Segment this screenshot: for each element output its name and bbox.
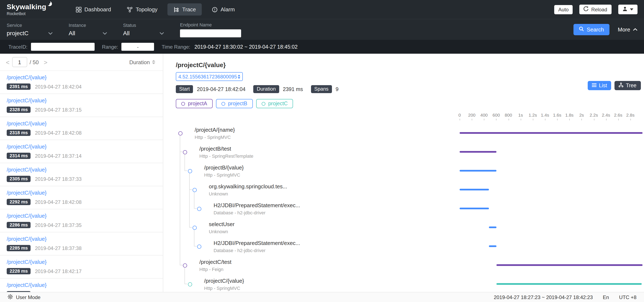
nav-item-topology[interactable]: Topology bbox=[121, 3, 163, 16]
trace-list-item[interactable]: /projectC/{value} 2318 ms 2019-04-27 18:… bbox=[0, 117, 163, 140]
span-name[interactable]: H2/JDBI/PreparedStatement/exec... bbox=[214, 202, 300, 209]
trace-list: /projectC/{value} 2391 ms 2019-04-27 18:… bbox=[0, 71, 163, 292]
trace-endpoint-link[interactable]: /projectC/{value} bbox=[7, 213, 156, 219]
page-total: / 50 bbox=[30, 59, 39, 65]
list-view-button[interactable]: List bbox=[588, 81, 611, 90]
span-duration-bar[interactable] bbox=[496, 264, 642, 266]
timezone-switch[interactable]: UTC +8 bbox=[619, 294, 636, 300]
trace-endpoint-link[interactable]: /projectC/{value} bbox=[7, 259, 156, 265]
language-switch[interactable]: En bbox=[603, 294, 609, 300]
trace-endpoint-link[interactable]: /projectC/{value} bbox=[7, 98, 156, 104]
trace-list-item[interactable]: /projectC/{value} 2213 ms 2019-04-27 18:… bbox=[0, 278, 163, 292]
span-duration-bar[interactable] bbox=[460, 189, 489, 190]
span-name[interactable]: /projectA/{name} bbox=[195, 127, 235, 133]
user-mode-toggle[interactable]: User Mode bbox=[8, 294, 40, 300]
span-duration-bar[interactable] bbox=[496, 283, 642, 285]
trace-id-select[interactable]: 4.52.15563617236800095 bbox=[176, 72, 243, 81]
nav-item-alarm[interactable]: Alarm bbox=[206, 3, 241, 16]
tree-view-button[interactable]: Tree bbox=[615, 81, 641, 90]
duration-sort-control[interactable]: Duration bbox=[129, 59, 160, 65]
trace-item-meta: 2286 ms 2019-04-27 18:37:35 bbox=[7, 222, 156, 228]
trace-list-item[interactable]: /projectC/{value} 2286 ms 2019-04-27 18:… bbox=[0, 209, 163, 232]
chevron-down-icon bbox=[160, 32, 164, 35]
search-icon bbox=[579, 27, 584, 33]
span-duration-bar[interactable] bbox=[489, 226, 496, 228]
span-dot bbox=[183, 263, 187, 268]
trace-info-row: Start 2019-04-27 18:42:04 Duration 2391 … bbox=[176, 85, 644, 93]
traceid-label: TraceID: bbox=[8, 44, 28, 50]
trace-endpoint-link[interactable]: /projectC/{value} bbox=[7, 167, 156, 173]
pagination-bar: < / 50 > Duration bbox=[0, 54, 163, 71]
trace-endpoint-link[interactable]: /projectC/{value} bbox=[7, 236, 156, 242]
trace-timestamp: 2019-04-27 18:42:04 bbox=[35, 84, 82, 90]
traceid-input[interactable] bbox=[31, 43, 94, 51]
span-name[interactable]: selectUser bbox=[209, 221, 234, 228]
span-duration-bar[interactable] bbox=[489, 245, 496, 247]
span-duration-bar[interactable] bbox=[460, 208, 489, 209]
nav-item-dashboard[interactable]: Dashboard bbox=[70, 3, 117, 16]
legend-projectA[interactable]: projectA bbox=[176, 99, 213, 108]
span-name[interactable]: org.skywalking.springcloud.tes... bbox=[209, 183, 287, 190]
service-select[interactable]: Service projectC bbox=[7, 23, 53, 37]
next-page-button[interactable]: > bbox=[41, 59, 50, 66]
app-root: Skywalking Rocketbot Dashboard Topology … bbox=[0, 0, 644, 302]
more-button[interactable]: More bbox=[618, 27, 637, 33]
span-name[interactable]: /projectB/{value} bbox=[204, 165, 244, 171]
trace-endpoint-link[interactable]: /projectC/{value} bbox=[7, 75, 156, 81]
endpoint-name-input[interactable] bbox=[180, 29, 241, 37]
span-name[interactable]: /projectC/test bbox=[200, 259, 232, 265]
prev-page-button[interactable]: < bbox=[3, 59, 12, 66]
trace-endpoint-link[interactable]: /projectC/{value} bbox=[7, 144, 156, 150]
trace-id-select-value: 4.52.15563617236800095 bbox=[178, 74, 237, 79]
page-number-input[interactable] bbox=[12, 57, 27, 67]
axis-tick-label: 2s bbox=[579, 112, 584, 117]
axis-tick-mark bbox=[594, 119, 594, 120]
trace-endpoint-link[interactable]: /projectC/{value} bbox=[7, 282, 156, 288]
trace-endpoint-link[interactable]: /projectC/{value} bbox=[7, 190, 156, 196]
duration-badge: Duration bbox=[254, 85, 279, 93]
axis-tick-label: 800 bbox=[505, 112, 512, 117]
service-label: Service bbox=[7, 23, 53, 28]
reload-button[interactable]: Reload bbox=[580, 5, 611, 14]
trace-list-item[interactable]: /projectC/{value} 2228 ms 2019-04-27 18:… bbox=[0, 255, 163, 278]
span-tree: /projectA/{name} Http - SpringMVC /proje… bbox=[163, 126, 644, 292]
axis-tick-mark bbox=[460, 119, 460, 120]
legend-projectB[interactable]: projectB bbox=[216, 99, 253, 108]
span-name[interactable]: /projectB/test bbox=[200, 145, 231, 152]
span-dot bbox=[192, 226, 197, 230]
trace-list-item[interactable]: /projectC/{value} 2305 ms 2019-04-27 18:… bbox=[0, 163, 163, 186]
trace-timestamp: 2019-04-27 18:37:33 bbox=[35, 176, 82, 182]
trace-endpoint-link[interactable]: /projectC/{value} bbox=[7, 121, 156, 127]
nav-item-trace[interactable]: Trace bbox=[168, 3, 202, 16]
status-select[interactable]: Status All bbox=[123, 23, 164, 37]
duration-badge: 2228 ms bbox=[7, 268, 31, 274]
span-duration-bar[interactable] bbox=[460, 151, 496, 153]
auto-button[interactable]: Auto bbox=[554, 5, 573, 14]
trace-list-item[interactable]: /projectC/{value} 2328 ms 2019-04-27 18:… bbox=[0, 94, 163, 117]
trace-icon bbox=[174, 7, 179, 12]
span-duration-bar[interactable] bbox=[460, 132, 642, 134]
auto-label: Auto bbox=[558, 7, 569, 12]
trace-list-item[interactable]: /projectC/{value} 2391 ms 2019-04-27 18:… bbox=[0, 71, 163, 94]
spans-value: 9 bbox=[336, 86, 339, 92]
legend-projectC[interactable]: projectC bbox=[256, 99, 293, 108]
chevron-down-icon bbox=[630, 9, 633, 11]
user-menu-button[interactable] bbox=[618, 5, 637, 14]
span-row: selectUser Unknown bbox=[163, 220, 644, 239]
axis-tick-label: 1s bbox=[518, 112, 523, 117]
axis-tick-mark bbox=[557, 119, 558, 120]
start-badge: Start bbox=[176, 85, 193, 93]
view-toggle: List Tree bbox=[588, 81, 641, 90]
range-input[interactable]: - bbox=[122, 43, 154, 51]
trace-list-item[interactable]: /projectC/{value} 2314 ms 2019-04-27 18:… bbox=[0, 140, 163, 163]
span-name[interactable]: H2/JDBI/PreparedStatement/exec... bbox=[214, 240, 300, 247]
axis-tick-label: 1.4s bbox=[541, 112, 549, 117]
span-duration-bar[interactable] bbox=[460, 170, 496, 172]
service-legend: projectA projectB projectC bbox=[176, 99, 644, 108]
instance-select[interactable]: Instance All bbox=[69, 23, 107, 37]
trace-list-item[interactable]: /projectC/{value} 2292 ms 2019-04-27 18:… bbox=[0, 186, 163, 209]
duration-value: 2391 ms bbox=[283, 86, 303, 92]
search-button[interactable]: Search bbox=[573, 24, 609, 35]
span-name[interactable]: /projectC/{value} bbox=[204, 278, 244, 284]
trace-list-item[interactable]: /projectC/{value} 2285 ms 2019-04-27 18:… bbox=[0, 232, 163, 255]
